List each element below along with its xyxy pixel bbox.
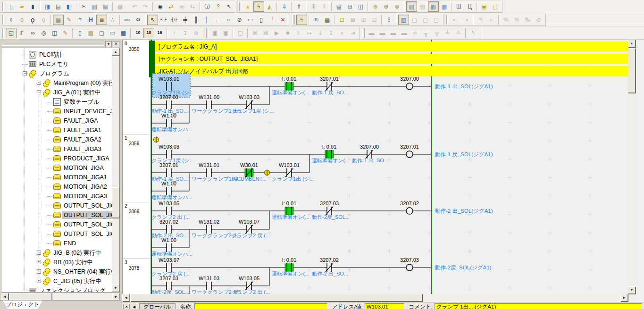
toolbar-rack-monitor-3-button[interactable]: ▥ <box>428 1 439 12</box>
toolbar-grip[interactable] <box>362 28 365 38</box>
toolbar-contact-nc-tool-button[interactable]: ┤/├ <box>169 15 180 25</box>
tree-item-output_sol_jiga[interactable]: OUTPUT_SOL_JIGA <box>1 201 120 210</box>
toolbar-project-window-button[interactable]: ◱ <box>6 28 17 38</box>
coil-3207.03[interactable] <box>393 255 431 278</box>
comment-field[interactable]: クランプ 1出... (ジグA1) <box>435 303 642 309</box>
toolbar-coil-not-tool-button[interactable]: ⊘ <box>234 15 245 25</box>
toolbar-instruction-tool-button[interactable]: ▭ <box>245 15 256 25</box>
contact-W103.07[interactable] <box>233 217 270 240</box>
toolbar-rung-comment-edit-button[interactable]: ✎ <box>64 15 75 25</box>
collapse-box[interactable]: − <box>23 71 27 75</box>
tree-hscrollbar[interactable]: ◀ ▶ <box>1 293 120 301</box>
tree-item-[interactable]: ファンクションブロック <box>1 286 120 292</box>
toolbar-address-reference-tool-button[interactable]: ⋮ <box>384 15 394 25</box>
contact-W30.01[interactable] <box>233 160 270 184</box>
toolbar-cycle-time-monitor-button[interactable]: ≋ <box>311 15 322 25</box>
toolbar-program-online-edit-button[interactable]: ⊞ <box>344 1 355 12</box>
contact-W131.01[interactable] <box>192 160 230 184</box>
toolbar-lock-release-button[interactable]: ▢ <box>490 1 501 12</box>
toolbar-rack-monitor-1-button[interactable]: ▥ <box>406 1 417 12</box>
expand-box[interactable]: + <box>37 269 41 274</box>
toolbar-dialog-window-button[interactable]: ▭ <box>107 28 118 38</box>
panel-dropdown-button[interactable]: ▾ <box>105 41 112 47</box>
toolbar-new-document-button[interactable]: ▯ <box>6 1 17 12</box>
toolbar-time-chart-button[interactable]: Ц <box>464 1 475 12</box>
ladder-scroll-down-button[interactable]: ▼ <box>628 286 636 294</box>
expand-box[interactable]: + <box>37 81 41 85</box>
toolbar-local-symbols-button[interactable]: ▢ <box>96 28 107 38</box>
tree-item-ns_ohter04[interactable]: +NS_OHTER (04) 実行中 <box>1 267 120 276</box>
toolbar-grip[interactable] <box>2 28 4 38</box>
contact-W131.02[interactable] <box>192 217 230 240</box>
toolbar-find-button[interactable]: ◉ <box>155 1 166 12</box>
panel-grip[interactable] <box>2 42 104 46</box>
toolbar-or-contact-nc-tool-button[interactable]: ╫ <box>191 15 201 25</box>
toolbar-online-monitor-button[interactable]: ϟ <box>296 15 307 25</box>
toolbar-transfer-from-plc-button[interactable]: ⇑ <box>293 1 304 12</box>
tree-item-fault_jiga[interactable]: FAULT_JIGA <box>1 116 120 125</box>
tree-item-input_device_jig[interactable]: INPUT_DEVICE_JIG <box>1 107 120 116</box>
contact-W103.03[interactable] <box>233 92 270 116</box>
tree-item-mainprogram00[interactable]: +MainProgram (00) 実行中 <box>1 78 120 88</box>
tree-item-fault_jiga1[interactable]: FAULT_JIGA1 <box>1 125 120 135</box>
tree-item-jig_b02[interactable]: +JIG_B (02) 実行中 <box>1 248 120 258</box>
tree-vscrollbar[interactable]: ▲ ▼ <box>112 48 119 292</box>
tree-item-motion_jiga3[interactable]: MOTION_JIGA3 <box>1 192 120 201</box>
contact-I: 0.01[interactable] <box>273 255 310 278</box>
contact-I: 0.01[interactable] <box>313 142 351 165</box>
toolbar-transfer-to-plc-button[interactable]: ⇓ <box>279 1 290 12</box>
contact-W103.01[interactable] <box>273 160 310 184</box>
toolbar-delete-tool-button[interactable]: ✕ <box>277 15 288 25</box>
tree-scroll-right-button[interactable]: ▶ <box>112 293 120 301</box>
toolbar-open-project-button[interactable]: ▰ <box>17 1 27 12</box>
ladder-scroll-up-button[interactable]: ▲ <box>628 40 636 47</box>
toolbar-select-tool-button[interactable]: ↖ <box>147 15 158 25</box>
toolbar-zoom-region-button[interactable]: ϙ <box>17 15 27 25</box>
toolbar-paste-button[interactable]: ▦ <box>100 1 111 12</box>
tree-item-output_sol_jiga[interactable]: OUTPUT_SOL_JIGA <box>1 229 120 239</box>
toolbar-cut-button[interactable]: ✂ <box>78 1 89 12</box>
refbar-global-tab[interactable]: グローバル <box>139 303 176 309</box>
toolbar-online-edit-cancel-button[interactable]: ⊚ <box>392 1 402 12</box>
contact-3207.03[interactable] <box>313 198 351 222</box>
tree-hscroll-thumb[interactable] <box>9 293 52 301</box>
toolbar-branch-tool-button[interactable]: └ <box>267 15 277 25</box>
tree-item-output_sol_jiga[interactable]: OUTPUT_SOL_JIGA <box>1 220 120 229</box>
toolbar-zoom-default-button[interactable]: ϙ <box>6 15 17 25</box>
contact-W1.00[interactable] <box>152 110 190 134</box>
contact-I: 0.01[interactable] <box>273 198 310 222</box>
toolbar-print-preview-button[interactable]: ◧ <box>64 1 75 12</box>
toolbar-contact-no-tool-button[interactable]: ┤├ <box>158 15 169 25</box>
address-value-field[interactable]: W103.01 <box>365 303 404 309</box>
toolbar-horizontal-line-tool-button[interactable]: ─ <box>212 15 223 25</box>
toolbar-watch-window-button[interactable]: ▥ <box>398 15 409 25</box>
toolbar-work-online-button[interactable]: ▲ <box>243 1 253 12</box>
contact-3207.00[interactable] <box>353 142 391 165</box>
tree-scroll-thumb[interactable] <box>112 187 119 218</box>
tree-item-end[interactable]: END <box>1 239 120 248</box>
tree-item-c_jig05[interactable]: +C_JIG (05) 実行中 <box>1 276 120 286</box>
tree-scroll-up-button[interactable]: ▲ <box>112 48 119 56</box>
toolbar-force-edit-button[interactable]: ⊡ <box>336 15 347 25</box>
panel-close-button[interactable]: ✕ <box>113 41 119 47</box>
ladder-scroll-right-button[interactable]: ▶ <box>620 294 628 301</box>
ladder-vscroll-thumb[interactable] <box>628 48 636 93</box>
toolbar-insert-section-button[interactable]: ▯ <box>75 28 85 38</box>
toolbar-coil-tool-button[interactable]: ○ <box>223 15 234 25</box>
refbar-close-button[interactable]: ✕ <box>123 304 130 309</box>
toolbar-program-check-button[interactable]: ▤ <box>334 1 344 12</box>
tree-item-motion_jiga1[interactable]: MOTION_JIGA1 <box>1 173 120 182</box>
contact-W131.00[interactable] <box>192 92 230 116</box>
expand-box[interactable]: + <box>37 279 41 283</box>
tree-item-product_jiga[interactable]: PRODUCT_JIGA <box>1 154 120 163</box>
tree-item-[interactable]: −プログラム <box>1 69 120 78</box>
toolbar-online-edit-search-button[interactable]: ◭ <box>264 1 275 12</box>
contact-3207.01[interactable] <box>313 74 351 97</box>
toolbar-print-button[interactable]: ▤ <box>53 1 64 12</box>
toolbar-instruction-detail-tool-button[interactable]: ▯ <box>256 15 267 25</box>
toolbar-mnemonic-view-button[interactable]: SMA <box>122 15 133 25</box>
toolbar-ci-view-button[interactable]: CI <box>133 15 143 25</box>
contact-W103.05[interactable] <box>233 273 270 294</box>
toolbar-grip[interactable] <box>446 15 448 25</box>
expand-box[interactable]: + <box>37 251 41 255</box>
